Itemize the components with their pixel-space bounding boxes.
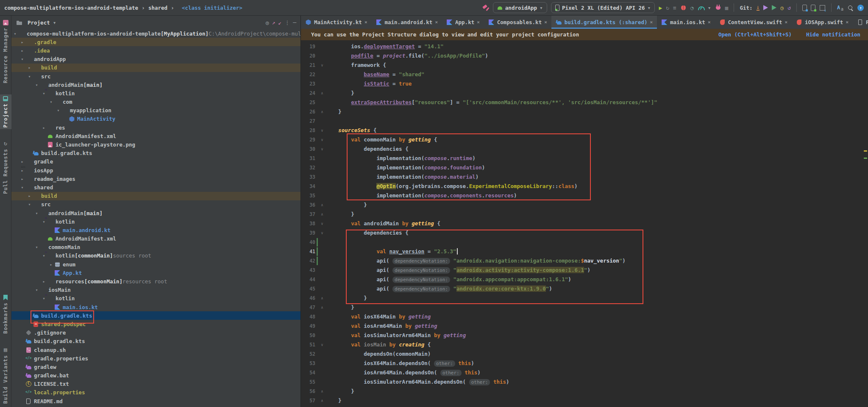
chevron-down-icon[interactable]: ▾ xyxy=(19,185,25,190)
profiler-icon[interactable] xyxy=(698,5,704,11)
tree-item-37-cleanup-sh[interactable]: cleanup.sh xyxy=(11,346,300,354)
chevron-right-icon[interactable]: ▸ xyxy=(19,48,25,53)
chevron-down-icon[interactable]: ▾ xyxy=(12,31,18,36)
tree-item-8-com[interactable]: ▾com xyxy=(11,98,300,106)
panel-title[interactable]: Project xyxy=(28,19,50,26)
code-editor[interactable]: 19 ios.deploymentTarget = "14.1"20 podfi… xyxy=(301,40,868,407)
tree-item-11-res[interactable]: ▸res xyxy=(11,123,300,132)
chevron-right-icon[interactable]: ▸ xyxy=(41,125,47,130)
fold-marker-icon[interactable]: ∧ xyxy=(319,396,326,405)
tree-item-42-local-properties[interactable]: local.properties xyxy=(11,388,300,397)
translate-icon[interactable] xyxy=(837,5,843,11)
hide-panel-icon[interactable]: ─ xyxy=(293,19,296,26)
tree-item-20-src[interactable]: ▾src xyxy=(11,200,300,209)
chevron-down-icon[interactable]: ▾ xyxy=(41,296,47,301)
fold-marker-icon[interactable]: ∨ xyxy=(319,219,326,228)
fold-marker-icon[interactable]: ∨ xyxy=(319,61,326,70)
tree-item-39-gradlew[interactable]: gradlew xyxy=(11,363,300,371)
run-icon[interactable]: ▶ xyxy=(659,5,662,11)
open-project-structure-link[interactable]: Open (Ctrl+Alt+Shift+S) xyxy=(718,31,792,38)
close-icon[interactable]: × xyxy=(785,19,787,25)
tree-item-23-main-android-kt[interactable]: main.android.kt xyxy=(11,226,300,234)
fold-marker-icon[interactable]: ∨ xyxy=(319,340,326,349)
mirror-device-icon[interactable] xyxy=(811,5,815,11)
stop-icon[interactable]: ■ xyxy=(725,5,729,11)
device-select[interactable]: Pixel 2 XL (Edited) API 26 ▾ xyxy=(551,2,655,13)
tree-item-6-androidmain[interactable]: ▾androidMain [main] xyxy=(11,80,300,89)
close-icon[interactable]: × xyxy=(846,19,849,25)
chevron-down-icon[interactable]: ▾ xyxy=(41,91,47,96)
tree-item-34-shared-podspec[interactable]: shared.podspec xyxy=(11,320,300,328)
tree-item-21-androidmain[interactable]: ▾androidMain [main] xyxy=(11,209,300,217)
tree-item-40-gradlew-bat[interactable]: gradlew.bat xyxy=(11,371,300,380)
tree-item-33-build-gradle-kts[interactable]: build.gradle.kts xyxy=(11,311,300,320)
debug-icon[interactable] xyxy=(680,5,687,11)
fold-marker-icon[interactable]: ∨ xyxy=(319,144,326,154)
tree-item-30-iosmain[interactable]: ▾iosMain xyxy=(11,286,300,294)
fold-marker-icon[interactable]: ∧ xyxy=(319,200,326,210)
git-history-icon[interactable]: ◷ xyxy=(780,5,784,11)
tree-item-35--gitignore[interactable]: .gitignore xyxy=(11,329,300,337)
tree-item-13-ic-launcher-playstore-png[interactable]: ic_launcher-playstore.png xyxy=(11,140,300,149)
tree-item-5-src[interactable]: ▾src xyxy=(11,72,300,80)
fold-marker-icon[interactable]: ∧ xyxy=(319,210,326,219)
chevron-right-icon[interactable]: ▸ xyxy=(19,159,25,164)
collapse-all-icon[interactable]: ↙ xyxy=(278,19,281,26)
tab-main-android-kt[interactable]: main.android.kt× xyxy=(372,16,442,29)
tree-item-38-gradle-properties[interactable]: gradle.properties xyxy=(11,354,300,363)
tab-mainactivity-kt[interactable]: MainActivity.kt× xyxy=(301,16,372,29)
git-commit-icon[interactable] xyxy=(772,5,776,10)
chevron-down-icon[interactable]: ▾ xyxy=(27,202,32,207)
search-everywhere-icon[interactable] xyxy=(847,5,854,11)
locate-icon[interactable]: ◎ xyxy=(266,19,269,26)
close-icon[interactable]: × xyxy=(364,19,367,25)
tree-item-1--gradle[interactable]: ▸.gradle xyxy=(11,38,300,46)
chevron-down-icon[interactable]: ▾ xyxy=(19,57,25,61)
tree-item-31-kotlin[interactable]: ▾kotlin xyxy=(11,294,300,303)
tree-item-19-build[interactable]: ▸build xyxy=(11,192,300,200)
tree-item-14-build-gradle-kts[interactable]: build.gradle.kts xyxy=(11,149,300,158)
tree-item-10-mainactivity[interactable]: MainActivity xyxy=(11,115,300,123)
chevron-down-icon[interactable]: ▾ xyxy=(56,108,61,113)
tool-stripe-build-variants[interactable]: ▤Build Variants xyxy=(3,345,8,405)
chevron-right-icon[interactable]: ▸ xyxy=(27,194,32,198)
chevron-down-icon[interactable]: ▾ xyxy=(34,288,39,292)
close-icon[interactable]: × xyxy=(544,19,547,25)
tool-stripe-bookmarks[interactable]: Bookmarks xyxy=(3,293,8,335)
breadcrumb-module[interactable]: shared xyxy=(148,5,167,11)
tree-item-27-enum[interactable]: ▸enum xyxy=(11,260,300,269)
chevron-down-icon[interactable]: ▾ xyxy=(34,83,39,87)
chevron-right-icon[interactable]: ▸ xyxy=(27,65,32,70)
fold-marker-icon[interactable]: ∧ xyxy=(319,89,326,98)
chevron-down-icon[interactable]: ▾ xyxy=(34,211,39,216)
tree-item-36-build-gradle-kts[interactable]: build.gradle.kts xyxy=(11,337,300,346)
chevron-right-icon[interactable]: ▸ xyxy=(19,177,25,181)
tree-item-29-resources[interactable]: ▸resources [commonMain] resources root xyxy=(11,277,300,285)
tree-item-18-shared[interactable]: ▾shared xyxy=(11,183,300,191)
tool-stripe-resource-manager[interactable]: Resource Manager xyxy=(3,18,8,85)
attach-debugger-icon[interactable] xyxy=(715,5,721,11)
git-push-icon[interactable] xyxy=(763,5,768,10)
apply-code-changes-icon[interactable]: ≡ xyxy=(673,5,676,11)
breadcrumb-member[interactable]: <class initializer> xyxy=(182,5,242,11)
fold-marker-icon[interactable]: ∧ xyxy=(319,303,326,312)
chevron-down-icon[interactable]: ▾ xyxy=(34,245,39,249)
chevron-right-icon[interactable]: ▸ xyxy=(48,262,54,267)
chevron-down-icon[interactable]: ▾ xyxy=(41,219,47,224)
tool-stripe-pull-requests[interactable]: ↻Pull Requests xyxy=(3,138,8,196)
tab-contentview-swift[interactable]: ContentView.swift× xyxy=(715,16,792,29)
tree-item-17-readme-images[interactable]: ▸readme_images xyxy=(11,174,300,183)
chevron-right-icon[interactable]: ▸ xyxy=(19,168,25,173)
fold-marker-icon[interactable]: ∨ xyxy=(319,135,326,144)
chevron-down-icon[interactable]: ▾ xyxy=(27,74,32,79)
close-icon[interactable]: × xyxy=(708,19,711,25)
tree-item-26-kotlin[interactable]: ▾kotlin [commonMain] sources root xyxy=(11,252,300,260)
close-icon[interactable]: × xyxy=(650,19,653,25)
tree-item-2--idea[interactable]: ▸.idea xyxy=(11,46,300,55)
tree-item-12-androidmanifest-xml[interactable]: AndroidManifest.xml xyxy=(11,132,300,140)
chevron-down-icon[interactable]: ▾ xyxy=(41,253,47,258)
tree-item-0-compose-multiplatform-ios-android-template[interactable]: ▾compose-multiplatform-ios-android-templ… xyxy=(11,29,300,38)
chevron-right-icon[interactable]: ▸ xyxy=(41,279,47,284)
scroll-from-source-icon[interactable]: ↗ xyxy=(272,19,275,26)
chevron-right-icon[interactable]: ▸ xyxy=(19,40,25,44)
